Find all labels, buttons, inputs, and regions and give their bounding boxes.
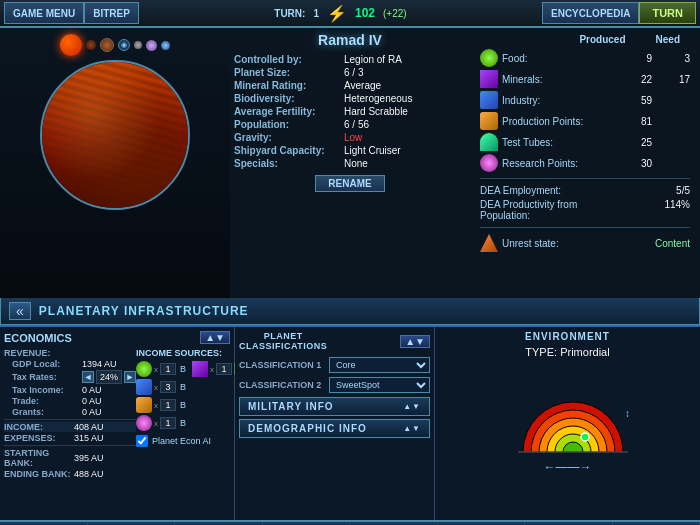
planet-section: ◉: [0, 28, 230, 298]
income-qty-1: 1: [160, 363, 176, 375]
eco-sep-1: [4, 419, 136, 420]
info-panel: Ramad IV Controlled by: Legion of RA Pla…: [230, 28, 470, 298]
planet-mini-2[interactable]: [100, 38, 114, 52]
biodiversity-label: Biodiversity:: [234, 93, 344, 104]
bitrep-button[interactable]: BITREP: [84, 2, 139, 24]
minerals-label: Minerals:: [502, 74, 620, 85]
class2-row: CLASSIFICATION 2 SweetSpot Frontier Isol…: [239, 377, 430, 393]
demographic-info-button[interactable]: DEMOGRAPHIC INFO ▲▼: [239, 419, 430, 438]
starting-bank-row: STARTING BANK: 395 AU: [4, 448, 136, 468]
starting-bank-label: STARTING BANK:: [4, 448, 74, 468]
tax-control: ◄ 24% ►: [82, 370, 136, 384]
economics-title: ECONOMICS ▲▼: [4, 331, 230, 344]
class2-select[interactable]: SweetSpot Frontier Isolated Hub: [329, 377, 430, 393]
svg-text:↕: ↕: [625, 408, 630, 419]
top-bar: GAME MENU BITREP TURN: 1 ⚡ 102 (+22) ENC…: [0, 0, 700, 28]
encyclopedia-button[interactable]: ENCYCLOPEDIA: [542, 2, 639, 24]
gdp-row: GDP Local: 1394 AU: [4, 359, 136, 369]
food-icon: [480, 49, 498, 67]
turn-button[interactable]: TURN: [639, 2, 696, 24]
planet-mini-5[interactable]: [161, 41, 170, 50]
expenses-val: 315 AU: [74, 433, 104, 443]
star-object[interactable]: [60, 34, 82, 56]
pp-produced: 81: [620, 116, 660, 127]
industry-label: Industry:: [502, 95, 620, 106]
planet-mini-3[interactable]: [134, 41, 142, 49]
dea-employment-label: DEA Employment:: [480, 185, 630, 196]
turn-info: TURN: 1 ⚡ 102 (+22): [139, 4, 542, 23]
test-tubes-label: Test Tubes:: [502, 137, 620, 148]
planet-ai-row: Planet Econ AI: [136, 435, 251, 447]
military-info-button[interactable]: MILITARY INFO ▲▼: [239, 397, 430, 416]
income-type-3: B: [180, 400, 186, 410]
bottom-area: ECONOMICS ▲▼ REVENUE: GDP Local: 1394 AU…: [0, 325, 700, 520]
produced-header: Produced: [579, 34, 625, 45]
nav-bar: TECHNOLOGYFINANCEEMPIREPERSONNELFOREIGN …: [0, 520, 700, 525]
economics-left: REVENUE: GDP Local: 1394 AU Tax Rates: ◄…: [4, 348, 136, 480]
svg-point-0: [581, 433, 589, 441]
controlled-by-label: Controlled by:: [234, 54, 344, 65]
back-button[interactable]: «: [9, 302, 31, 320]
environment-panel: ENVIRONMENT TYPE: Primordial ↕: [435, 327, 700, 520]
turn-label: TURN:: [274, 8, 305, 19]
income-qty-3: 1: [160, 399, 176, 411]
planet-mini-4[interactable]: [146, 40, 157, 51]
planet-display[interactable]: [40, 60, 190, 210]
demographic-expand-icon: ▲▼: [403, 424, 421, 433]
bc-gain: (+22): [383, 8, 407, 19]
gravity-row: Gravity: Low: [234, 132, 466, 143]
game-menu-button[interactable]: GAME MENU: [4, 2, 84, 24]
fertility-val: Hard Scrabble: [344, 106, 466, 117]
income-industry-icon: [136, 379, 152, 395]
gdp-val: 1394 AU: [82, 359, 117, 369]
classifications-expand-button[interactable]: ▲▼: [400, 335, 430, 348]
income-sources-title: INCOME SOURCES:: [136, 348, 251, 358]
gdp-label: GDP Local:: [12, 359, 82, 369]
population-row: Population: 6 / 56: [234, 119, 466, 130]
environment-title: ENVIRONMENT: [439, 331, 696, 342]
planet-ai-checkbox[interactable]: [136, 435, 148, 447]
income-qty-ip: 1: [216, 363, 232, 375]
trade-label: Trade:: [12, 396, 82, 406]
bc-value: 102: [355, 6, 375, 20]
expenses-row: EXPENSES: 315 AU: [4, 433, 136, 443]
need-header: Need: [656, 34, 680, 45]
planet-size-label: Planet Size:: [234, 67, 344, 78]
shipyard-val: Light Cruiser: [344, 145, 466, 156]
planet-info-table: Controlled by: Legion of RA Planet Size:…: [234, 54, 466, 169]
tax-decrease-button[interactable]: ◄: [82, 371, 94, 383]
economics-content: REVENUE: GDP Local: 1394 AU Tax Rates: ◄…: [4, 348, 230, 480]
class1-select[interactable]: Core Agricultural Industrial Mining Rese…: [329, 357, 430, 373]
atmosphere-ring: [40, 60, 190, 210]
shipyard-row: Shipyard Capacity: Light Cruiser: [234, 145, 466, 156]
economics-expand-button[interactable]: ▲▼: [200, 331, 230, 344]
fertility-row: Average Fertility: Hard Scrabble: [234, 106, 466, 117]
test-tubes-produced: 25: [620, 137, 660, 148]
rename-button[interactable]: RENAME: [315, 175, 384, 192]
dea-productivity-label: DEA Productivity from Population:: [480, 199, 630, 221]
research-icon: [480, 154, 498, 172]
environment-type-label: TYPE:: [525, 346, 557, 358]
pp-label: Production Points:: [502, 116, 620, 127]
planet-mini-1[interactable]: [86, 40, 96, 50]
tax-increase-button[interactable]: ►: [124, 371, 136, 383]
trade-val: 0 AU: [82, 396, 102, 406]
environment-svg: ↕: [513, 362, 633, 462]
classifications-title: PLANETCLASSIFICATIONS: [239, 331, 327, 351]
unrest-icon: [480, 234, 498, 252]
dea-employment-val: 5/5: [630, 185, 690, 196]
infra-title: PLANETARY INFRASTRUCTURE: [39, 304, 249, 318]
planet-mini-nav[interactable]: ◉: [118, 39, 130, 51]
class1-label: CLASSIFICATION 1: [239, 360, 329, 370]
income-type-1: B: [180, 364, 186, 374]
unrest-row: Unrest state: Content: [480, 234, 690, 252]
fertility-label: Average Fertility:: [234, 106, 344, 117]
stats-divider-2: [480, 227, 690, 228]
grants-val: 0 AU: [82, 407, 102, 417]
specials-val: None: [344, 158, 466, 169]
star-system: ◉: [6, 34, 224, 56]
unrest-label: Unrest state:: [502, 238, 655, 249]
trade-row: Trade: 0 AU: [4, 396, 136, 406]
pp-row: Production Points: 81: [480, 112, 690, 130]
mineral-icon: [480, 70, 498, 88]
